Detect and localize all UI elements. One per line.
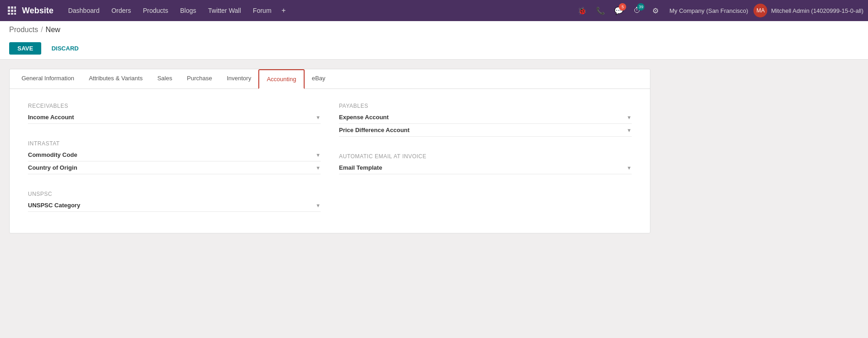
- commodity-code-dropdown-arrow: ▼: [312, 152, 321, 158]
- commodity-code-label: Commodity Code: [28, 151, 101, 158]
- income-account-dropdown-arrow: ▼: [312, 115, 321, 120]
- right-column: Payables Expense Account ▼ Price Differe…: [339, 103, 632, 219]
- country-origin-dropdown-arrow: ▼: [312, 165, 321, 171]
- form-card: General Information Attributes & Variant…: [9, 69, 650, 233]
- income-account-input[interactable]: [109, 114, 312, 121]
- app-logo: Website: [22, 6, 54, 16]
- form-body: Receivables Income Account ▼ Intrastat C…: [10, 89, 650, 233]
- income-account-input-wrapper[interactable]: ▼: [109, 114, 321, 121]
- tab-purchase[interactable]: Purchase: [180, 69, 219, 89]
- breadcrumb-parent[interactable]: Products: [9, 26, 38, 34]
- svg-rect-1: [11, 6, 13, 9]
- save-button[interactable]: SAVE: [9, 42, 41, 55]
- country-origin-row: Country of Origin ▼: [28, 161, 321, 174]
- unspsc-label: UNSPSC: [28, 191, 321, 197]
- user-name: Mitchell Admin (14020999-15-0-all): [771, 7, 863, 14]
- expense-account-row: Expense Account ▼: [339, 111, 632, 124]
- price-difference-row: Price Difference Account ▼: [339, 124, 632, 137]
- settings-icon-button[interactable]: ⚙: [648, 3, 663, 18]
- payables-label: Payables: [339, 103, 632, 109]
- country-origin-label: Country of Origin: [28, 164, 101, 171]
- company-name: My Company (San Francisco): [669, 7, 748, 14]
- topnav-right-area: 🐞 📞 💬 5 ⏱ 39 ⚙ My Company (San Francisco…: [575, 3, 863, 18]
- income-account-row: Income Account ▼: [28, 111, 321, 124]
- discard-button[interactable]: DISCARD: [46, 42, 84, 55]
- tab-attributes-variants[interactable]: Attributes & Variants: [82, 69, 150, 89]
- unspsc-category-input-wrapper[interactable]: ▼: [109, 202, 321, 209]
- auto-email-label: Automatic Email at Invoice: [339, 153, 632, 160]
- chat-icon-button[interactable]: 💬 5: [611, 3, 626, 18]
- svg-rect-4: [11, 10, 13, 12]
- grid-menu-icon[interactable]: [5, 3, 19, 18]
- action-bar: SAVE DISCARD: [9, 39, 859, 59]
- unspsc-category-label: UNSPSC Category: [28, 202, 101, 209]
- nav-dashboard[interactable]: Dashboard: [63, 4, 105, 17]
- svg-rect-2: [14, 6, 16, 9]
- commodity-code-input[interactable]: [109, 151, 312, 158]
- email-template-input[interactable]: [420, 164, 623, 171]
- nav-orders[interactable]: Orders: [106, 4, 136, 17]
- chat-badge: 5: [619, 3, 626, 11]
- receivables-label: Receivables: [28, 103, 321, 109]
- bug-icon-button[interactable]: 🐞: [575, 3, 590, 18]
- top-navigation: Website Dashboard Orders Products Blogs …: [0, 0, 868, 21]
- expense-account-input[interactable]: [420, 114, 623, 121]
- auto-email-section: Automatic Email at Invoice Email Templat…: [339, 153, 632, 174]
- breadcrumb: Products / New: [9, 26, 859, 34]
- svg-rect-8: [14, 13, 16, 15]
- income-account-label: Income Account: [28, 114, 101, 121]
- svg-rect-3: [8, 10, 10, 12]
- nav-twitter-wall[interactable]: Twitter Wall: [202, 4, 246, 17]
- unspsc-category-row: UNSPSC Category ▼: [28, 199, 321, 212]
- expense-account-label: Expense Account: [339, 114, 412, 121]
- user-avatar[interactable]: MA: [753, 4, 767, 17]
- nav-forum[interactable]: Forum: [247, 4, 277, 17]
- nav-blogs[interactable]: Blogs: [175, 4, 202, 17]
- commodity-code-row: Commodity Code ▼: [28, 149, 321, 161]
- email-template-label: Email Template: [339, 164, 412, 171]
- left-column: Receivables Income Account ▼ Intrastat C…: [28, 103, 321, 219]
- receivables-section: Receivables Income Account ▼: [28, 103, 321, 124]
- intrastat-section: Intrastat Commodity Code ▼ Country of Or…: [28, 140, 321, 174]
- timer-icon-button[interactable]: ⏱ 39: [630, 3, 644, 18]
- breadcrumb-current: New: [46, 26, 60, 34]
- expense-account-dropdown-arrow: ▼: [623, 115, 632, 120]
- tab-general-information[interactable]: General Information: [14, 69, 82, 89]
- price-difference-input[interactable]: [420, 127, 623, 133]
- payables-section: Payables Expense Account ▼ Price Differe…: [339, 103, 632, 137]
- country-origin-input-wrapper[interactable]: ▼: [109, 164, 321, 171]
- svg-rect-5: [14, 10, 16, 12]
- commodity-code-input-wrapper[interactable]: ▼: [109, 151, 321, 158]
- email-template-row: Email Template ▼: [339, 161, 632, 174]
- breadcrumb-separator: /: [41, 26, 43, 34]
- email-template-dropdown-arrow: ▼: [623, 165, 632, 171]
- svg-rect-6: [8, 13, 10, 15]
- country-origin-input[interactable]: [109, 164, 312, 171]
- price-difference-label: Price Difference Account: [339, 127, 412, 133]
- breadcrumb-area: Products / New SAVE DISCARD: [0, 21, 868, 60]
- timer-badge: 39: [637, 3, 644, 11]
- unspsc-category-input[interactable]: [109, 202, 312, 209]
- nav-add-button[interactable]: +: [278, 5, 289, 17]
- main-content: General Information Attributes & Variant…: [0, 60, 868, 243]
- nav-products[interactable]: Products: [137, 4, 174, 17]
- unspsc-section: UNSPSC UNSPSC Category ▼: [28, 191, 321, 212]
- phone-icon-button[interactable]: 📞: [593, 3, 608, 18]
- email-template-input-wrapper[interactable]: ▼: [420, 164, 632, 171]
- tab-inventory[interactable]: Inventory: [219, 69, 258, 89]
- tab-accounting[interactable]: Accounting: [258, 69, 304, 89]
- tab-bar: General Information Attributes & Variant…: [10, 69, 650, 89]
- unspsc-category-dropdown-arrow: ▼: [312, 203, 321, 208]
- tab-sales[interactable]: Sales: [150, 69, 180, 89]
- expense-account-input-wrapper[interactable]: ▼: [420, 114, 632, 121]
- price-difference-dropdown-arrow: ▼: [623, 127, 632, 133]
- svg-rect-7: [11, 13, 13, 15]
- svg-rect-0: [8, 6, 10, 9]
- tab-ebay[interactable]: eBay: [305, 69, 333, 89]
- nav-menu: Dashboard Orders Products Blogs Twitter …: [63, 4, 575, 17]
- price-difference-input-wrapper[interactable]: ▼: [420, 127, 632, 133]
- intrastat-label: Intrastat: [28, 140, 321, 147]
